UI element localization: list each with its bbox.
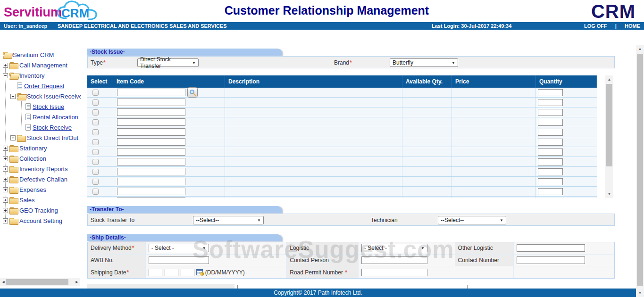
- row-select-checkbox[interactable]: [92, 179, 99, 185]
- row-select-checkbox[interactable]: [92, 189, 99, 195]
- expander-plus-icon[interactable]: +: [3, 177, 8, 182]
- sidebar-item-stock-issue[interactable]: Stock Issue: [0, 101, 81, 112]
- shipping-day-input[interactable]: [149, 269, 162, 276]
- table-vertical-scrollbar[interactable]: ▲ ▼: [605, 75, 613, 198]
- item-code-input[interactable]: [117, 99, 185, 106]
- item-code-input[interactable]: [117, 168, 185, 175]
- sidebar-item-call-management[interactable]: +Call Management: [0, 60, 81, 70]
- page-vertical-scrollbar[interactable]: ▲ ▼: [636, 45, 644, 297]
- home-link[interactable]: HOME: [625, 23, 640, 29]
- quantity-input[interactable]: [538, 129, 563, 136]
- quantity-input[interactable]: [538, 158, 563, 165]
- quantity-input[interactable]: [538, 188, 563, 195]
- contact-number-input[interactable]: [517, 256, 585, 264]
- other-logistic-input[interactable]: [517, 244, 585, 252]
- sidebar-item-expenses[interactable]: +Expenses: [0, 184, 81, 195]
- sidebar-item-label[interactable]: Stock Issue: [33, 103, 64, 110]
- road-permit-input[interactable]: [361, 269, 427, 276]
- expander-plus-icon[interactable]: +: [3, 63, 8, 68]
- sidebar-item-stock-direct-in-out[interactable]: +Stock Direct In/Out: [0, 132, 81, 143]
- sidebar-item-stock-receive[interactable]: Stock Receive: [0, 122, 81, 132]
- row-select-checkbox[interactable]: [92, 159, 99, 165]
- quantity-input[interactable]: [538, 178, 563, 185]
- price-cell: [452, 187, 536, 196]
- expander-plus-icon[interactable]: +: [3, 156, 8, 161]
- sidebar-item-rental-allocation[interactable]: Rental Allocation: [0, 112, 81, 122]
- delivery-method-select[interactable]: - Select - ▼: [149, 244, 209, 252]
- sidebar-item-order-request[interactable]: Order Request: [0, 81, 81, 91]
- quantity-input[interactable]: [538, 168, 563, 175]
- row-select-checkbox[interactable]: [92, 90, 99, 96]
- item-code-input[interactable]: [117, 198, 185, 198]
- item-code-input[interactable]: [117, 108, 185, 116]
- sidebar-horizontal-scrollbar[interactable]: ◄ ►: [0, 278, 80, 286]
- type-select[interactable]: Direct Stock Transfer ▼: [137, 58, 199, 67]
- sidebar-item-label[interactable]: Order Request: [24, 82, 64, 90]
- sidebar-item-collection[interactable]: +Collection: [0, 153, 81, 164]
- shipping-month-input[interactable]: [165, 269, 178, 276]
- scroll-right-icon[interactable]: ►: [74, 278, 80, 286]
- quantity-input[interactable]: [538, 99, 563, 106]
- quantity-input[interactable]: [538, 148, 563, 156]
- sidebar-item-label[interactable]: Rental Allocation: [33, 114, 78, 121]
- item-code-input[interactable]: [117, 178, 185, 185]
- sidebar-item-sales[interactable]: +Sales: [0, 195, 81, 205]
- scroll-down-icon[interactable]: ▼: [605, 190, 613, 198]
- sidebar-item-label[interactable]: Stock Receive: [33, 124, 72, 131]
- scroll-down-icon[interactable]: ▼: [636, 289, 644, 297]
- item-code-input[interactable]: [117, 188, 185, 195]
- sidebar-item-stationary[interactable]: +Stationary: [0, 143, 81, 153]
- log-off-link[interactable]: LOG OFF: [584, 23, 607, 29]
- logistic-select[interactable]: - Select - ▼: [361, 244, 427, 252]
- sidebar-item-account-setting[interactable]: +Account Setting: [0, 215, 81, 226]
- expander-plus-icon[interactable]: +: [3, 187, 8, 192]
- row-select-checkbox[interactable]: [92, 149, 99, 155]
- row-select-checkbox[interactable]: [92, 109, 99, 116]
- scroll-up-icon[interactable]: ▲: [636, 45, 644, 53]
- awb-no-input[interactable]: [149, 256, 209, 264]
- scrollbar-thumb[interactable]: [606, 84, 612, 166]
- sidebar-item-geo-tracking[interactable]: +GEO Tracking: [0, 205, 81, 215]
- scrollbar-thumb[interactable]: [6, 279, 68, 285]
- expander-plus-icon[interactable]: +: [10, 135, 16, 140]
- sidebar-item-defective-challan[interactable]: +Defective Challan: [0, 174, 81, 184]
- scroll-up-icon[interactable]: ▲: [605, 75, 613, 83]
- item-code-input[interactable]: [117, 158, 185, 165]
- item-code-input[interactable]: [117, 138, 185, 146]
- shipping-year-input[interactable]: [181, 269, 194, 276]
- item-code-input[interactable]: [117, 89, 185, 96]
- sidebar-item-inventory[interactable]: −Inventory: [0, 70, 81, 81]
- expander-plus-icon[interactable]: +: [3, 198, 8, 203]
- expander-plus-icon[interactable]: +: [3, 218, 8, 223]
- calendar-icon[interactable]: [196, 269, 204, 276]
- stock-transfer-to-select[interactable]: --Select-- ▼: [193, 216, 264, 224]
- logistic-label: Logistic: [287, 242, 359, 254]
- row-select-checkbox[interactable]: [92, 169, 99, 175]
- quantity-input[interactable]: [538, 198, 563, 198]
- expander-plus-icon[interactable]: +: [3, 146, 8, 151]
- row-select-checkbox[interactable]: [92, 119, 99, 125]
- row-select-checkbox[interactable]: [92, 129, 99, 135]
- scrollbar-thumb[interactable]: [637, 54, 643, 286]
- sidebar-item-servitium-crm[interactable]: Servitium CRM: [0, 50, 81, 60]
- sidebar-item-stock-issue-receive[interactable]: −Stock Issue/Receive: [0, 91, 81, 101]
- expander-plus-icon[interactable]: +: [3, 208, 8, 213]
- quantity-input[interactable]: [538, 119, 563, 126]
- expander-minus-icon[interactable]: −: [3, 73, 8, 78]
- search-icon[interactable]: [187, 87, 198, 98]
- row-select-checkbox[interactable]: [92, 99, 99, 106]
- sidebar-item-inventory-reports[interactable]: +Inventory Reports: [0, 164, 81, 174]
- expander-minus-icon[interactable]: −: [10, 94, 16, 99]
- quantity-input[interactable]: [538, 109, 563, 116]
- expander-plus-icon[interactable]: +: [3, 166, 8, 172]
- brand-select[interactable]: Butterfly ▼: [390, 58, 458, 67]
- item-code-input[interactable]: [117, 148, 185, 156]
- quantity-input[interactable]: [538, 89, 563, 96]
- item-code-input[interactable]: [117, 128, 185, 136]
- folder-open-icon: [17, 93, 25, 99]
- technician-select[interactable]: --Select-- ▼: [438, 216, 506, 224]
- contact-person-input[interactable]: [361, 256, 427, 264]
- quantity-input[interactable]: [538, 139, 563, 146]
- item-code-input[interactable]: [117, 118, 185, 126]
- row-select-checkbox[interactable]: [92, 139, 99, 145]
